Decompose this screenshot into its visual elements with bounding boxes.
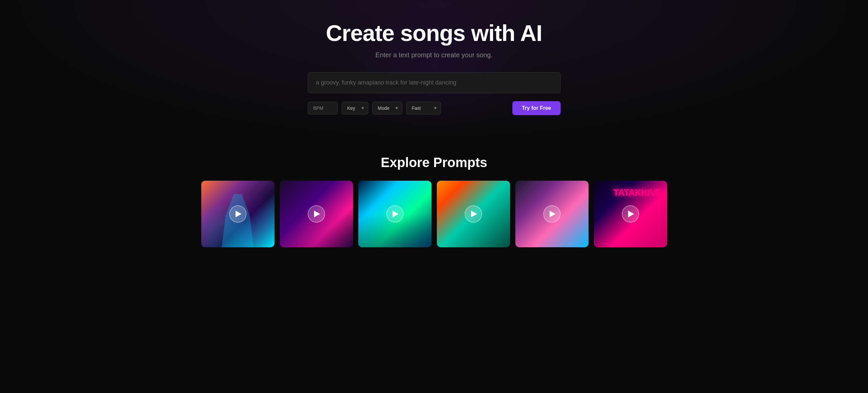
mode-dropdown-wrapper: Mode Major Minor ▼ — [372, 102, 402, 115]
card-3-play-overlay — [386, 205, 404, 223]
card-4-play-overlay — [465, 205, 482, 223]
neon-sign-text: TATAKKIVE — [614, 187, 662, 198]
prompt-input[interactable] — [308, 72, 561, 93]
prompt-card-2[interactable] — [280, 181, 353, 247]
explore-title: Explore Prompts — [381, 155, 487, 170]
play-button-1[interactable] — [229, 205, 247, 223]
play-button-6[interactable] — [622, 205, 639, 223]
play-button-4[interactable] — [465, 205, 482, 223]
hero-section: Create songs with AI Enter a text prompt… — [0, 0, 868, 142]
prompts-grid: TATAKKIVE — [185, 181, 684, 247]
prompt-card-4[interactable] — [437, 181, 510, 247]
card-5-play-overlay — [543, 205, 561, 223]
play-button-5[interactable] — [543, 205, 561, 223]
prompt-container — [308, 72, 561, 93]
card-1-play-overlay — [229, 205, 247, 223]
speed-dropdown-wrapper: Fast Slow Medium ▼ — [406, 102, 441, 115]
play-button-3[interactable] — [386, 205, 404, 223]
card-6-play-overlay — [622, 205, 639, 223]
bpm-input[interactable] — [308, 102, 338, 115]
speed-select[interactable]: Fast Slow Medium — [406, 102, 441, 115]
prompt-card-6[interactable]: TATAKKIVE — [594, 181, 667, 247]
prompt-card-5[interactable] — [515, 181, 589, 247]
key-dropdown-wrapper: Key C C# D D# E F F# G G# A A# B ▼ — [342, 102, 368, 115]
prompt-card-3[interactable] — [358, 181, 432, 247]
controls-row: Key C C# D D# E F F# G G# A A# B ▼ Mode … — [308, 101, 561, 115]
explore-section: Explore Prompts — [0, 142, 868, 261]
hero-title: Create songs with AI — [326, 20, 542, 46]
key-select[interactable]: Key C C# D D# E F F# G G# A A# B — [342, 102, 368, 115]
mode-select[interactable]: Mode Major Minor — [372, 102, 402, 115]
prompt-card-1[interactable] — [201, 181, 275, 247]
card-2-play-overlay — [308, 205, 325, 223]
try-free-button[interactable]: Try for Free — [513, 101, 560, 115]
play-button-2[interactable] — [308, 205, 325, 223]
hero-subtitle: Enter a text prompt to create your song. — [375, 51, 492, 59]
